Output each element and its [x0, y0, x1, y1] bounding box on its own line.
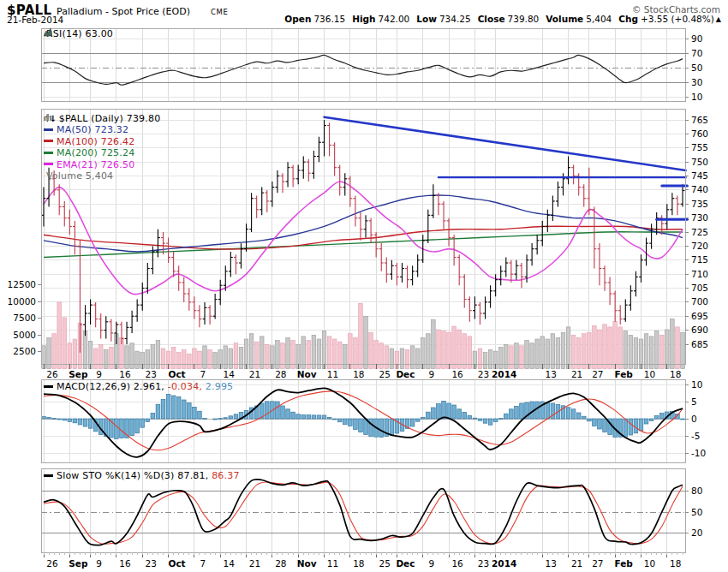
svg-text:21: 21: [249, 558, 260, 569]
svg-text:26: 26: [46, 369, 58, 379]
ma50-label: MA(50) 723.32: [57, 124, 128, 135]
svg-text:750: 750: [691, 157, 708, 167]
price-title-label: $PALL (Daily) 739.80: [59, 113, 161, 124]
svg-text:11: 11: [327, 558, 338, 569]
svg-text:Dec: Dec: [396, 558, 415, 569]
chg-label: Chg: [618, 14, 638, 24]
sto-main-label: Slow STO %K(14) %D(3) 87.81,: [57, 470, 208, 481]
svg-text:755: 755: [691, 142, 708, 152]
svg-text:Dec: Dec: [396, 369, 415, 379]
svg-text:10: 10: [644, 369, 655, 379]
svg-text:14: 14: [224, 558, 236, 569]
chart-plot-svg: 6856906957007057107157207257307357407457…: [0, 26, 728, 572]
svg-text:760: 760: [691, 128, 708, 139]
svg-text:70: 70: [691, 48, 702, 58]
svg-text:13: 13: [546, 369, 557, 379]
ma200-dash-icon: [44, 152, 53, 154]
svg-text:20: 20: [691, 527, 702, 538]
svg-text:16: 16: [451, 558, 463, 569]
ma100-row: MA(100) 726.42: [44, 136, 160, 147]
chart-header: $PALL Palladium - Spot Price (EOD) CME ©…: [0, 0, 728, 26]
svg-text:21: 21: [571, 558, 582, 569]
svg-text:18: 18: [670, 558, 681, 569]
svg-text:23: 23: [146, 369, 157, 379]
svg-text:Nov: Nov: [297, 369, 317, 379]
sto-legend: Slow STO %K(14) %D(3) 87.81, 86.37: [44, 470, 240, 481]
svg-text:720: 720: [691, 241, 708, 251]
svg-text:16: 16: [119, 369, 131, 379]
svg-text:0: 0: [691, 414, 697, 424]
svg-text:Feb: Feb: [614, 369, 633, 379]
svg-text:-5: -5: [691, 431, 700, 441]
svg-text:725: 725: [691, 227, 708, 237]
volume-row: Volume 5,404: [44, 170, 160, 182]
svg-text:765: 765: [691, 115, 708, 125]
sto-dash-icon: [44, 474, 53, 477]
rsi-legend-label: RSI(14) 63.00: [46, 28, 113, 39]
exchange-label: CME: [211, 8, 228, 16]
svg-text:Oct: Oct: [168, 558, 185, 569]
macd-dash-icon: [44, 385, 53, 388]
price-title-row: ↑↓$PALL (Daily) 739.80: [44, 113, 160, 124]
svg-text:10: 10: [691, 92, 702, 102]
svg-text:30: 30: [691, 77, 702, 87]
ma50-row: MA(50) 723.32: [44, 124, 160, 135]
svg-text:Nov: Nov: [297, 558, 317, 569]
svg-text:9: 9: [96, 369, 102, 379]
rsi-legend: RSI(14) 63.00: [44, 28, 113, 39]
svg-text:14: 14: [224, 369, 236, 379]
svg-text:21: 21: [249, 369, 260, 379]
svg-text:16: 16: [119, 558, 131, 569]
ma100-dash-icon: [44, 140, 53, 142]
svg-text:50: 50: [691, 507, 702, 517]
svg-text:10: 10: [644, 558, 655, 569]
low-label: Low: [416, 14, 437, 24]
svg-text:730: 730: [691, 212, 708, 223]
svg-text:18: 18: [353, 558, 364, 569]
svg-text:90: 90: [691, 33, 702, 44]
close-label: Close: [478, 14, 505, 24]
svg-text:705: 705: [691, 283, 708, 293]
svg-text:26: 26: [46, 558, 58, 569]
svg-text:18: 18: [670, 369, 681, 379]
svg-text:28: 28: [275, 369, 286, 379]
macd-legend: MACD(12,26,9) 2.961, -0.034, 2.995: [44, 381, 233, 392]
volume-label: Volume: [546, 14, 583, 24]
svg-text:10: 10: [691, 379, 702, 390]
svg-text:23: 23: [146, 558, 157, 569]
svg-text:2014: 2014: [492, 369, 516, 379]
volume-legend-label: Volume 5,404: [46, 170, 113, 182]
svg-text:2014: 2014: [492, 558, 516, 569]
svg-text:7500: 7500: [13, 313, 36, 323]
svg-text:11: 11: [327, 369, 338, 379]
svg-text:735: 735: [691, 199, 708, 209]
svg-text:5000: 5000: [13, 330, 36, 340]
svg-text:2500: 2500: [13, 346, 36, 356]
svg-text:685: 685: [691, 339, 708, 349]
svg-text:695: 695: [691, 311, 708, 321]
svg-text:-10: -10: [691, 448, 706, 458]
close-value: 739.80: [508, 14, 540, 24]
svg-text:Sep: Sep: [69, 558, 88, 569]
svg-text:9: 9: [428, 558, 434, 569]
svg-text:18: 18: [353, 369, 364, 379]
svg-text:21: 21: [571, 369, 582, 379]
price-legend: ↑↓$PALL (Daily) 739.80 MA(50) 723.32 MA(…: [44, 113, 160, 182]
ma100-label: MA(100) 726.42: [57, 136, 134, 147]
chart-canvas: 6856906957007057107157207257307357407457…: [0, 26, 728, 572]
svg-text:25: 25: [379, 558, 390, 569]
svg-text:740: 740: [691, 184, 708, 194]
chg-value: +3.55 (+0.48%): [641, 14, 714, 24]
svg-text:27: 27: [592, 369, 603, 379]
macd-hist-value: -0.034,: [168, 381, 202, 392]
open-label: Open: [284, 14, 311, 24]
svg-text:12500: 12500: [8, 279, 36, 289]
high-label: High: [352, 14, 375, 24]
svg-text:5: 5: [691, 396, 697, 407]
high-value: 742.00: [379, 14, 410, 24]
svg-text:7: 7: [200, 558, 206, 569]
instrument-description: Palladium - Spot Price (EOD): [57, 6, 190, 17]
volume-value: 5,404: [586, 14, 612, 24]
open-value: 736.15: [313, 14, 345, 24]
low-value: 734.25: [439, 14, 471, 24]
